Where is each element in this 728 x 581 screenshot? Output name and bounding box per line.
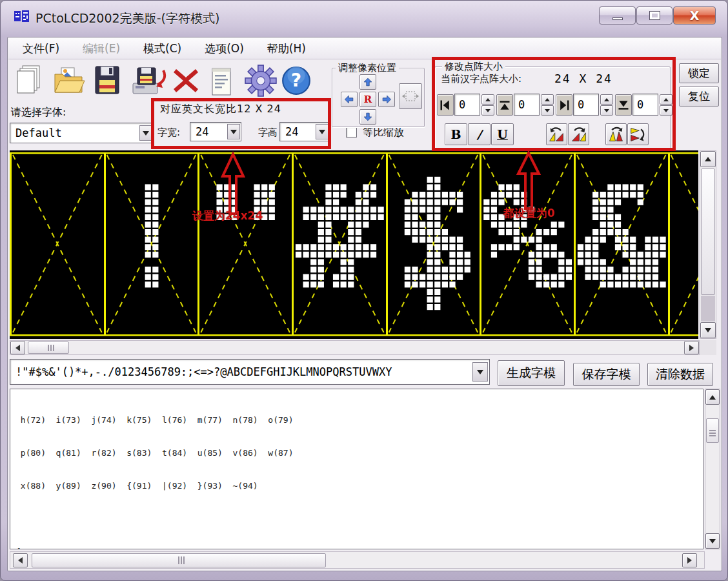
menu-help[interactable]: 帮助(H) <box>258 39 315 59</box>
scroll-down-button[interactable] <box>700 322 716 338</box>
underline-button[interactable]: U <box>491 123 514 145</box>
close-button[interactable]: X <box>673 6 716 25</box>
save-as-button[interactable] <box>131 65 167 97</box>
char-height-combobox[interactable]: 24 <box>279 122 330 141</box>
scale-checkbox[interactable] <box>346 127 357 138</box>
menu-options[interactable]: 选项(O) <box>196 39 253 59</box>
output-horizontal-scrollbar[interactable] <box>10 551 705 569</box>
maximize-button[interactable] <box>636 6 672 25</box>
char-width-dropdown-button[interactable] <box>227 124 240 139</box>
output-textarea[interactable]: h(72) i(73) j(74) k(75) l(76) m(77) n(78… <box>10 389 703 549</box>
spin-up-button[interactable] <box>481 94 494 105</box>
italic-button[interactable]: / <box>468 123 490 145</box>
scroll-up-button[interactable] <box>705 389 720 405</box>
font-select-combobox[interactable]: Default <box>10 123 154 143</box>
save-font-button[interactable]: 保存字模 <box>573 363 640 386</box>
char-width-combobox[interactable]: 24 <box>190 122 241 141</box>
left-offset-spinner[interactable] <box>481 94 494 116</box>
bottom-offset-field[interactable]: 0 <box>632 94 658 116</box>
spin-up-button[interactable] <box>660 94 672 105</box>
move-up-button[interactable] <box>359 74 376 90</box>
scroll-left-button[interactable] <box>13 553 28 567</box>
flip-horizontal-button[interactable] <box>627 123 649 145</box>
right-offset-value: 0 <box>578 98 584 111</box>
right-offset-field[interactable]: 0 <box>573 94 599 116</box>
spinner-up-icon <box>485 98 490 101</box>
left-offset-field[interactable]: 0 <box>454 94 480 116</box>
flip-vertical-button[interactable] <box>605 123 627 145</box>
scrollbar-thumb[interactable] <box>32 553 326 567</box>
menu-mode[interactable]: 模式(C) <box>134 39 190 59</box>
spin-up-button[interactable] <box>541 94 554 105</box>
settings-gear-icon <box>245 64 277 97</box>
generate-font-button[interactable]: 生成字模 <box>498 360 565 386</box>
current-matrix-label: 当前汉字点阵大小: <box>441 73 521 85</box>
menu-file[interactable]: 文件(F) <box>14 39 68 59</box>
scrollbar-track-shade[interactable] <box>701 296 715 321</box>
flip-horizontal-icon <box>629 126 647 143</box>
lcd-dot-matrix-preview[interactable] <box>10 150 698 339</box>
output-header-line: h(72) i(73) j(74) k(75) l(76) m(77) n(78… <box>15 414 703 425</box>
menu-edit[interactable]: 编辑(E) <box>74 39 129 59</box>
rotate-left-button[interactable] <box>546 123 567 145</box>
close-icon: X <box>690 8 700 23</box>
pixel-reset-button[interactable]: R <box>359 92 376 107</box>
scroll-right-button[interactable] <box>684 341 699 354</box>
bottom-offset-spinner[interactable] <box>660 94 672 116</box>
scroll-right-button[interactable] <box>682 553 697 567</box>
spin-down-button[interactable] <box>481 105 494 116</box>
output-header-line: x(88) y(89) z(90) {(91) |(92) }(93) ~(94… <box>15 480 703 491</box>
charmap-combobox[interactable]: !"#$%&'()*+,-./0123456789:;<=>?@ABCDEFGH… <box>10 359 490 385</box>
center-glyph-button[interactable] <box>399 83 422 109</box>
char-height-dropdown-button[interactable] <box>316 124 329 139</box>
right-edge-button[interactable] <box>556 94 572 116</box>
settings-button[interactable] <box>245 64 277 97</box>
notes-button[interactable] <box>208 65 234 97</box>
top-offset-field[interactable]: 0 <box>514 94 540 116</box>
help-icon: ? <box>281 65 312 96</box>
rotate-right-button[interactable] <box>568 123 589 145</box>
spin-down-button[interactable] <box>541 105 554 116</box>
output-vertical-scrollbar[interactable] <box>705 389 720 549</box>
char-width-value: 24 <box>196 125 227 138</box>
delete-button[interactable] <box>172 68 199 95</box>
reset-button[interactable]: 复位 <box>679 87 719 107</box>
top-edge-button[interactable] <box>496 94 513 116</box>
lock-button-label: 锁定 <box>688 66 710 81</box>
scrollbar-thumb[interactable] <box>28 341 69 354</box>
move-down-button[interactable] <box>359 109 376 125</box>
lock-button[interactable]: 锁定 <box>679 63 719 83</box>
bold-button[interactable]: B <box>445 123 467 145</box>
scrollbar-thumb[interactable] <box>701 168 715 295</box>
spin-up-button[interactable] <box>600 94 613 105</box>
new-file-button[interactable] <box>14 64 43 97</box>
preview-horizontal-scrollbar[interactable] <box>10 340 700 355</box>
chevron-down-icon <box>319 130 325 134</box>
move-left-button[interactable] <box>341 92 358 107</box>
charmap-dropdown-button[interactable] <box>472 362 488 382</box>
font-select-dropdown-button[interactable] <box>139 125 152 141</box>
open-file-icon <box>52 64 85 97</box>
spin-down-button[interactable] <box>600 105 613 116</box>
chevron-down-icon <box>143 131 149 136</box>
clear-data-button[interactable]: 清除数据 <box>647 363 713 386</box>
rotate-left-icon <box>548 126 565 143</box>
spin-down-button[interactable] <box>660 105 672 116</box>
move-right-button[interactable] <box>378 92 395 107</box>
preview-vertical-scrollbar[interactable] <box>700 150 716 339</box>
ratio-label: 对应英文长宽比12 X 24 <box>160 103 281 116</box>
scroll-left-button[interactable] <box>10 341 25 354</box>
scroll-up-button[interactable] <box>700 151 716 167</box>
maximize-icon <box>650 12 660 19</box>
scroll-down-button[interactable] <box>705 533 720 549</box>
scrollbar-thumb[interactable] <box>706 418 719 443</box>
right-offset-spinner[interactable] <box>600 94 613 116</box>
bottom-edge-button[interactable] <box>615 94 632 116</box>
open-file-button[interactable] <box>52 64 85 97</box>
top-offset-spinner[interactable] <box>541 94 554 116</box>
help-button[interactable]: ? <box>281 65 312 96</box>
menu-bar: 文件(F) 编辑(E) 模式(C) 选项(O) 帮助(H) <box>8 38 721 59</box>
minimize-button[interactable] <box>599 6 636 25</box>
save-button[interactable] <box>92 64 122 97</box>
left-edge-button[interactable] <box>437 94 454 116</box>
